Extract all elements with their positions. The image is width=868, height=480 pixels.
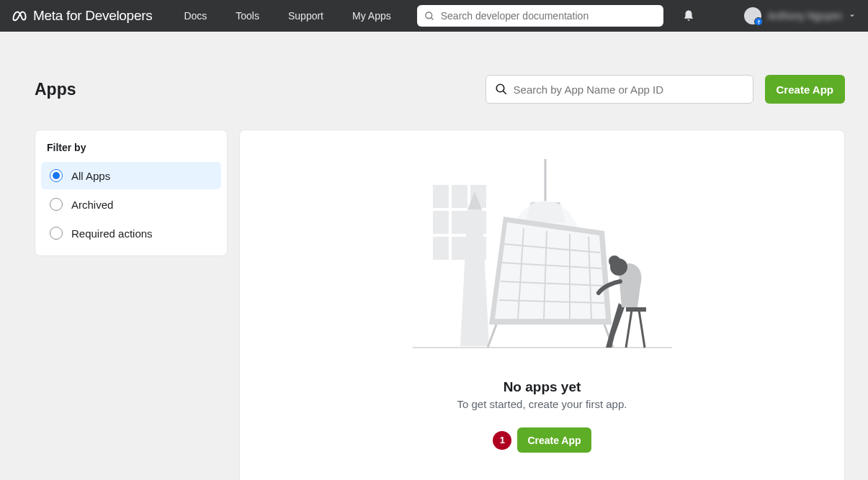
filter-item-all-apps[interactable]: All Apps <box>41 162 221 189</box>
search-icon <box>424 11 435 22</box>
doc-search[interactable] <box>417 5 663 27</box>
filter-item-label: Archived <box>71 199 113 211</box>
filter-item-required-actions[interactable]: Required actions <box>41 219 221 247</box>
facebook-badge-icon: f <box>754 17 763 26</box>
doc-search-input[interactable] <box>441 10 656 22</box>
svg-point-30 <box>609 255 620 267</box>
svg-line-24 <box>488 325 496 348</box>
svg-line-26 <box>626 310 632 348</box>
page-title: Apps <box>35 80 76 99</box>
nav-myapps[interactable]: My Apps <box>338 1 406 30</box>
filter-item-label: Required actions <box>71 227 153 240</box>
filter-title: Filter by <box>35 142 227 162</box>
app-search-input[interactable] <box>514 83 744 96</box>
user-menu[interactable]: f Anthony Nguyen <box>744 7 856 24</box>
svg-rect-5 <box>433 185 449 208</box>
svg-rect-9 <box>452 211 467 234</box>
filter-card: Filter by All Apps Archived Required act… <box>35 130 228 256</box>
svg-point-0 <box>426 12 432 18</box>
svg-line-3 <box>503 91 506 94</box>
svg-rect-28 <box>626 307 646 312</box>
empty-subtitle: To get started, create your first app. <box>457 398 627 410</box>
search-icon <box>495 83 508 96</box>
svg-line-27 <box>639 310 645 348</box>
nav-links: Docs Tools Support My Apps <box>169 1 405 30</box>
svg-point-2 <box>496 84 504 92</box>
app-search[interactable] <box>486 75 753 104</box>
radio-icon <box>50 169 63 182</box>
avatar: f <box>744 7 761 24</box>
user-name: Anthony Nguyen <box>767 10 842 22</box>
nav-docs[interactable]: Docs <box>169 1 221 30</box>
nav-tools[interactable]: Tools <box>221 1 274 30</box>
main-content: No apps yet To get started, create your … <box>239 130 845 480</box>
filter-item-label: All Apps <box>71 170 110 182</box>
chevron-down-icon <box>848 12 856 20</box>
nav-support[interactable]: Support <box>274 1 338 30</box>
empty-title: No apps yet <box>504 379 581 395</box>
step-badge: 1 <box>493 431 511 450</box>
svg-rect-6 <box>452 185 467 208</box>
create-app-button[interactable]: Create App <box>765 75 845 104</box>
notifications-icon[interactable] <box>682 9 695 22</box>
svg-line-1 <box>431 17 433 19</box>
create-app-button-main[interactable]: Create App <box>517 427 591 453</box>
empty-state-illustration <box>410 159 675 353</box>
brand-text: Meta for Developers <box>33 8 152 24</box>
top-nav: Meta for Developers Docs Tools Support M… <box>0 0 868 32</box>
meta-icon <box>12 8 27 24</box>
svg-rect-11 <box>433 237 449 260</box>
brand-logo[interactable]: Meta for Developers <box>12 8 152 24</box>
filter-item-archived[interactable]: Archived <box>41 191 221 218</box>
radio-icon <box>50 227 63 240</box>
svg-rect-8 <box>433 211 449 234</box>
radio-icon <box>50 198 63 211</box>
